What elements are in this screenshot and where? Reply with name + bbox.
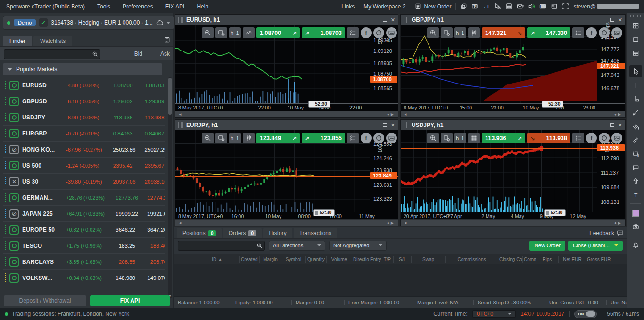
- calculator-icon[interactable]: [505, 3, 512, 10]
- deposit-withdrawal-button[interactable]: Deposit / Withdrawal: [4, 295, 86, 306]
- positions-search-input[interactable]: [178, 243, 256, 248]
- bid-price[interactable]: 20937.06: [105, 179, 135, 185]
- fullscreen-icon[interactable]: [562, 3, 569, 10]
- alerts-button[interactable]: [629, 239, 642, 251]
- bid-price[interactable]: 1.29302: [102, 99, 132, 104]
- drag-handle-icon[interactable]: [5, 161, 6, 170]
- chart-scrollbar[interactable]: ◄●▶: [175, 219, 398, 226]
- ask-price[interactable]: 25027.25: [139, 147, 165, 152]
- chart-titlebar[interactable]: USDJPY, h1 ✕: [401, 120, 625, 130]
- parallel-lines-tool-button[interactable]: [629, 134, 642, 146]
- timeframe-button[interactable]: h 1: [229, 133, 241, 143]
- scroll-left-icon[interactable]: ◄: [404, 112, 407, 117]
- on-toggle[interactable]: ON: [574, 310, 597, 318]
- scroll-right-icon[interactable]: ●▶: [387, 221, 395, 225]
- positions-search[interactable]: [178, 241, 265, 251]
- scrollbar-thumb[interactable]: [168, 78, 172, 115]
- ask-price[interactable]: 113.938: [136, 115, 164, 120]
- zoom-button[interactable]: [202, 133, 214, 143]
- tab[interactable]: Orders0: [223, 228, 262, 238]
- fix-api-button[interactable]: FIX API: [90, 295, 170, 306]
- scroll-left-icon[interactable]: ◄: [178, 112, 182, 117]
- chartshot-button[interactable]: [386, 133, 397, 143]
- watchlist-row[interactable]: HONG KO... -67.96 (-0.27%) 25023.86 2502…: [3, 142, 165, 158]
- chart-titlebar[interactable]: EURJPY, h1 ✕: [175, 120, 398, 130]
- bid-price[interactable]: 0.84063: [102, 131, 132, 136]
- column-header[interactable]: Net EUR: [559, 256, 586, 263]
- tab[interactable]: Positions0: [177, 228, 222, 238]
- watchlist-row[interactable]: USDJPY -6.90 (-0.06%) 113.936 113.938: [3, 109, 165, 126]
- column-header[interactable]: Volume: [327, 256, 352, 263]
- drag-handle-icon[interactable]: [5, 257, 6, 267]
- maximize-icon[interactable]: [383, 123, 387, 127]
- sell-button[interactable]: 1.08700: [256, 27, 300, 38]
- drag-handle-icon[interactable]: [178, 17, 183, 23]
- new-order-button[interactable]: New Order: [414, 3, 451, 10]
- scroll-right-icon[interactable]: ●▶: [614, 112, 622, 117]
- buy-button[interactable]: 123.855: [302, 133, 345, 143]
- chart-plot-area[interactable]: 124.553 124.246 123.938 123.631 123.323 …: [175, 130, 398, 212]
- chart-settings-button[interactable]: [215, 27, 227, 38]
- ask-price[interactable]: 1.08703: [136, 83, 164, 88]
- watchlist-row[interactable]: TESCO +1.75 (+0.96%) 183.25 183.40: [3, 238, 165, 254]
- column-header[interactable]: T/P: [381, 256, 394, 263]
- watchlist-row[interactable]: GERMAN... +28.76 (+0.23%) 12773.76 12774…: [3, 190, 165, 206]
- user-account[interactable]: steven@: [573, 3, 639, 10]
- column-header[interactable]: Symbol: [281, 256, 306, 263]
- chartshot-button[interactable]: [386, 27, 397, 38]
- bid-price[interactable]: 3646.22: [105, 227, 135, 233]
- ask-price[interactable]: 19921.62: [141, 211, 165, 217]
- watchlist-row[interactable]: BARCLAYS +3.35 (+1.63%) 208.55 208.70: [3, 254, 165, 270]
- column-header[interactable]: ID ▲: [195, 256, 240, 263]
- buy-button[interactable]: 113.938: [527, 133, 570, 143]
- symbol-search-input[interactable]: [4, 51, 92, 57]
- bid-price[interactable]: 208.55: [105, 259, 135, 265]
- time-axis[interactable]: 8 May 2017, UTC+0 15:00 23:00 10 May 15:…: [401, 103, 625, 111]
- ask-price[interactable]: 208.70: [139, 259, 165, 265]
- bid-price[interactable]: 183.25: [105, 243, 135, 249]
- single-chart-layout-button[interactable]: [629, 33, 642, 45]
- time-axis[interactable]: 20 Apr 2017, UTC+0 27 Apr 2 May 4 May 9 …: [401, 212, 625, 219]
- account-selector[interactable]: Demo ✓ 3164738 · Hedging · EUR 1 000.00 …: [3, 16, 174, 30]
- drag-handle-icon[interactable]: [404, 122, 408, 128]
- direction-filter-select[interactable]: All Directions: [269, 241, 325, 251]
- close-icon[interactable]: ✕: [391, 123, 395, 128]
- maximize-icon[interactable]: [610, 123, 614, 127]
- text-tool-button[interactable]: T: [629, 188, 642, 201]
- chartshot-button[interactable]: [629, 220, 642, 233]
- chartshot-button[interactable]: [611, 27, 622, 38]
- column-header[interactable]: Created (UTC+0): [240, 256, 260, 263]
- timeframe-button[interactable]: h 1: [454, 27, 466, 38]
- bid-price[interactable]: 19909.22: [108, 211, 138, 217]
- chart-plot-area[interactable]: 114.343 112.790 111.237 109.684 108.131 …: [401, 130, 625, 212]
- copy-trading-icon[interactable]: [460, 3, 467, 10]
- crosshair-tool-button[interactable]: [629, 79, 642, 91]
- tab-finder[interactable]: Finder: [3, 36, 32, 46]
- symbol-search[interactable]: [4, 49, 100, 59]
- positions-table-body[interactable]: [174, 264, 627, 296]
- sell-button[interactable]: 147.321: [482, 27, 525, 38]
- chart-scrollbar[interactable]: ◄●▶: [175, 111, 398, 117]
- new-order-button[interactable]: New Order: [529, 241, 565, 251]
- chart-type-button[interactable]: [243, 133, 255, 143]
- drag-handle-icon[interactable]: [5, 113, 6, 122]
- ask-price[interactable]: 3647.26: [139, 227, 165, 233]
- ask-price[interactable]: 1.29309: [136, 99, 164, 104]
- drag-handle-icon[interactable]: [178, 122, 183, 128]
- help-icon[interactable]: [471, 3, 479, 10]
- ask-price[interactable]: 149.070: [139, 275, 165, 281]
- watchlist-row[interactable]: US 30 -39.80 (-0.19%) 20937.06 20938.10: [3, 174, 165, 190]
- drag-handle-icon[interactable]: [5, 225, 6, 235]
- chart-settings-button[interactable]: [441, 133, 453, 143]
- menu-item[interactable]: Spotware cTrader (Public Beta): [0, 3, 91, 10]
- watchlist-row[interactable]: EURUSD -4.80 (-0.04%) 1.08700 1.08703: [3, 77, 165, 93]
- drag-handle-icon[interactable]: [5, 209, 6, 219]
- news-icon[interactable]: [164, 36, 171, 45]
- column-header[interactable]: S/L: [394, 256, 412, 263]
- drag-handle-icon[interactable]: [5, 129, 6, 138]
- menu-item[interactable]: Help: [190, 3, 215, 10]
- chart-plot-area[interactable]: 148.137 147.772 147.408 147.043 146.678 …: [401, 25, 625, 103]
- bid-price[interactable]: 148.980: [105, 275, 135, 281]
- drag-handle-icon[interactable]: [404, 17, 408, 23]
- sell-button[interactable]: 123.849: [256, 133, 300, 143]
